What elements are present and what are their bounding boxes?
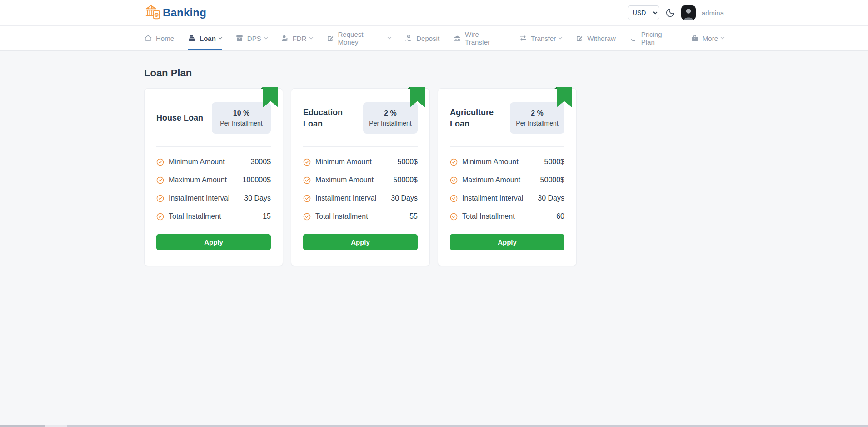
feature-value: 60 [556,212,564,221]
feature-label: Maximum Amount [315,176,394,184]
horizontal-scrollbar[interactable] [0,425,868,427]
divider [156,146,271,147]
divider [303,146,418,147]
check-circle-icon [303,176,311,184]
page-title: Loan Plan [144,67,724,79]
nav-label: FDR [293,35,307,42]
feature-label: Total Installment [315,212,409,221]
feature-value: 15 [263,212,271,221]
bank-logo-icon: $ [144,3,161,22]
nav-item-more[interactable]: More [691,26,724,50]
rate-value: 2 % [514,108,560,119]
nav-item-pricing-plan[interactable]: Pricing Plan [629,26,677,50]
feature-label: Total Installment [169,212,263,221]
nav-item-withdraw[interactable]: Withdraw [575,26,616,50]
feature-label: Minimum Amount [462,158,544,166]
check-circle-icon [156,158,164,166]
feature-value: 3000$ [251,158,271,166]
chevron-down-icon [219,35,222,39]
nav-label: Wire Transfer [465,30,505,46]
request-money-icon [326,34,334,42]
feature-row: Installment Interval 30 Days [450,194,564,202]
feature-row: Installment Interval 30 Days [156,194,271,202]
plan-name: Education Loan [303,107,359,129]
main-nav: Home Loan DPS FDR Reque [0,26,868,51]
nav-item-loan[interactable]: Loan [188,26,222,50]
nav-item-home[interactable]: Home [144,26,174,50]
withdraw-icon [575,34,584,42]
brand[interactable]: $ Banking [144,3,206,22]
check-circle-icon [303,158,311,166]
chevron-down-icon [388,35,391,39]
feature-row: Minimum Amount 3000$ [156,158,271,166]
feature-label: Minimum Amount [315,158,398,166]
nav-item-wire-transfer[interactable]: Wire Transfer [453,26,505,50]
rate-badge: 2 % Per Installment [510,102,564,134]
feature-row: Maximum Amount 50000$ [450,176,564,184]
feature-value: 5000$ [398,158,418,166]
rate-value: 10 % [216,108,266,119]
feature-row: Total Installment 15 [156,212,271,221]
feature-row: Maximum Amount 100000$ [156,176,271,184]
nav-label: Request Money [338,30,385,46]
chevron-down-icon [264,35,267,39]
rate-badge: 2 % Per Installment [363,102,418,134]
nav-item-request-money[interactable]: Request Money [326,26,391,50]
rate-value: 2 % [368,108,413,119]
nav-item-transfer[interactable]: Transfer [519,26,562,50]
app-header: $ Banking USD admina [0,0,868,26]
dark-mode-moon-icon[interactable] [665,8,675,18]
feature-label: Installment Interval [462,194,538,202]
feature-value: 100000$ [243,176,271,184]
check-circle-icon [156,176,164,184]
loan-plan-card-agriculture: Agriculture Loan 2 % Per Installment Min… [438,88,577,266]
nav-label: Deposit [416,35,439,42]
feature-row: Total Installment 55 [303,212,418,221]
check-circle-icon [450,176,458,184]
apply-button[interactable]: Apply [156,234,271,250]
nav-label: DPS [247,35,261,42]
nav-label: Loan [200,35,216,42]
chevron-down-icon [309,35,313,39]
apply-button[interactable]: Apply [450,234,564,250]
feature-value: 50000$ [394,176,418,184]
check-circle-icon [156,213,164,221]
divider [450,146,564,147]
loan-plan-card-house: House Loan 10 % Per Installment Minimum … [144,88,283,266]
feature-label: Installment Interval [169,194,244,202]
username: admina [702,9,724,17]
loan-plan-card-education: Education Loan 2 % Per Installment Minim… [291,88,430,266]
nav-item-deposit[interactable]: Deposit [404,26,439,50]
feature-row: Installment Interval 30 Days [303,194,418,202]
nav-item-fdr[interactable]: FDR [281,26,313,50]
more-icon [691,34,699,42]
avatar[interactable] [681,5,696,20]
check-circle-icon [303,195,311,202]
chevron-down-icon [721,35,724,39]
nav-label: Pricing Plan [641,30,677,46]
plan-name: Agriculture Loan [450,107,505,129]
check-circle-icon [450,195,458,202]
chevron-down-icon [559,35,562,39]
nav-item-dps[interactable]: DPS [235,26,267,50]
check-circle-icon [156,195,164,202]
bookmark-fold [260,87,263,89]
currency-select[interactable]: USD [628,5,659,20]
feature-row: Minimum Amount 5000$ [303,158,418,166]
deposit-icon [404,34,413,42]
feature-row: Maximum Amount 50000$ [303,176,418,184]
check-circle-icon [303,213,311,221]
main-content: Loan Plan House Loan 10 % Per Installmen… [144,67,724,266]
feature-row: Minimum Amount 5000$ [450,158,564,166]
plan-name: House Loan [156,112,203,123]
bookmark-fold [554,87,557,89]
feature-label: Minimum Amount [169,158,251,166]
fdr-icon [281,34,289,42]
nav-label: Transfer [531,35,556,42]
rate-caption: Per Installment [514,119,560,128]
apply-button[interactable]: Apply [303,234,418,250]
feature-value: 5000$ [544,158,565,166]
rate-caption: Per Installment [216,119,266,128]
bookmark-fold [407,87,410,89]
feature-label: Maximum Amount [169,176,243,184]
